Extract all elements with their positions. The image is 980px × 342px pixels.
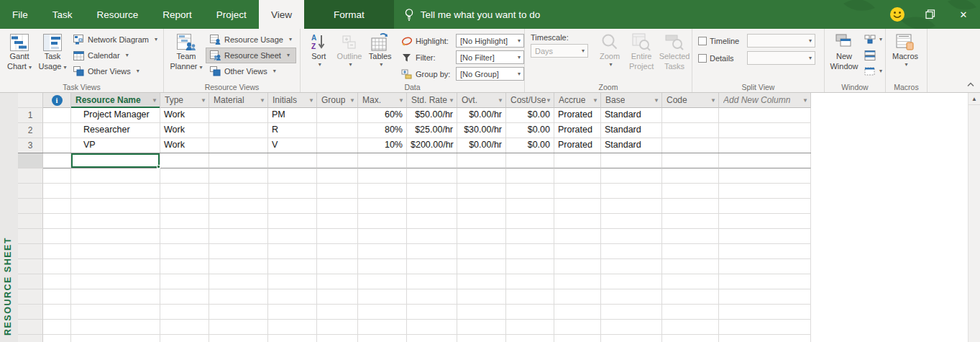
cell-code-empty[interactable] (662, 244, 719, 259)
cell-type-row2[interactable]: Work (160, 123, 209, 138)
cell-max-empty[interactable] (358, 229, 407, 244)
cell-info-row3[interactable] (43, 138, 71, 153)
cell-cost_use-row1[interactable]: $0.00 (506, 108, 554, 123)
cell-material-empty[interactable] (209, 289, 268, 305)
cell-group-empty[interactable] (317, 244, 358, 259)
cell-material-empty[interactable] (209, 335, 268, 342)
cell-info-empty[interactable] (43, 184, 71, 199)
cell-base-empty[interactable] (601, 259, 662, 274)
cell-ovt-empty[interactable] (457, 244, 506, 259)
cell-info-empty[interactable] (43, 274, 71, 289)
cell-add_new-empty[interactable] (719, 305, 811, 320)
cell-cost_use-row2[interactable]: $0.00 (506, 123, 554, 138)
cell-std_rate-empty[interactable] (407, 335, 457, 342)
cell-accrue-row3[interactable]: Prorated (554, 138, 601, 153)
resource-sheet-button[interactable]: Resource Sheet ▾ (206, 48, 296, 63)
cell-max-empty[interactable] (358, 320, 407, 335)
cell-ovt-row4[interactable] (457, 153, 506, 168)
cell-name-empty[interactable] (71, 229, 160, 244)
cell-type-empty[interactable] (160, 244, 209, 259)
cell-material-empty[interactable] (209, 259, 268, 274)
cell-info-row1[interactable] (43, 108, 71, 123)
cell-cost_use-row3[interactable]: $0.00 (506, 138, 554, 153)
cell-base-row2[interactable]: Standard (601, 123, 662, 138)
column-header-material[interactable]: Material▼ (209, 93, 268, 108)
filter-arrow-icon[interactable]: ▼ (710, 97, 716, 104)
task-usage-button[interactable]: Task Usage▾ (36, 30, 69, 82)
row-number[interactable] (18, 335, 43, 342)
cell-cost_use-empty[interactable] (506, 184, 554, 199)
cell-initials-row2[interactable]: R (268, 123, 317, 138)
cell-max-empty[interactable] (358, 259, 407, 274)
cell-base-empty[interactable] (601, 184, 662, 199)
column-header-type[interactable]: Type▼ (160, 93, 209, 108)
highlight-dropdown[interactable]: [No Highlight]▾ (456, 34, 524, 48)
filter-arrow-icon[interactable]: ▼ (546, 97, 551, 104)
cell-group-row4[interactable] (317, 153, 358, 168)
column-header-ovt[interactable]: Ovt.▼ (457, 93, 506, 108)
cell-info-empty[interactable] (43, 229, 71, 244)
cell-max-empty[interactable] (358, 199, 407, 214)
cell-add_new-empty[interactable] (719, 229, 811, 244)
cell-add_new-empty[interactable] (719, 244, 811, 259)
cell-group-empty[interactable] (317, 274, 358, 289)
cell-add_new-empty[interactable] (719, 320, 811, 335)
column-header-initials[interactable]: Initials▼ (268, 93, 317, 108)
column-header-accrue[interactable]: Accrue▼ (554, 93, 601, 108)
cell-base-empty[interactable] (601, 305, 662, 320)
tables-button[interactable]: Tables ▾ (365, 30, 395, 82)
cell-name-row1[interactable]: Project Manager (71, 108, 160, 123)
cell-std_rate-row3[interactable]: $200.00/hr (407, 138, 457, 153)
cell-group-empty[interactable] (317, 305, 358, 320)
arrange-all-button[interactable] (862, 48, 884, 63)
cell-cost_use-empty[interactable] (506, 259, 554, 274)
row-number[interactable]: 1 (18, 108, 43, 123)
column-header-group[interactable]: Group▼ (317, 93, 358, 108)
cell-type-empty[interactable] (160, 289, 209, 305)
cell-group-empty[interactable] (317, 184, 358, 199)
cell-ovt-empty[interactable] (457, 259, 506, 274)
cell-material-empty[interactable] (209, 168, 268, 184)
cell-accrue-empty[interactable] (554, 184, 601, 199)
column-header-cost_use[interactable]: Cost/Use▼ (506, 93, 554, 108)
cell-type-empty[interactable] (160, 335, 209, 342)
cell-base-empty[interactable] (601, 289, 662, 305)
cell-code-empty[interactable] (662, 214, 719, 229)
cell-initials-row4[interactable] (268, 153, 317, 168)
cell-std_rate-empty[interactable] (407, 259, 457, 274)
cell-base-row1[interactable]: Standard (601, 108, 662, 123)
cell-accrue-empty[interactable] (554, 229, 601, 244)
cell-add_new-empty[interactable] (719, 274, 811, 289)
filter-arrow-icon[interactable]: ▼ (498, 97, 503, 104)
switch-windows-button[interactable]: ▾ (862, 32, 884, 48)
cell-cost_use-empty[interactable] (506, 244, 554, 259)
cell-initials-row1[interactable]: PM (268, 108, 317, 123)
cell-info-row2[interactable] (43, 123, 71, 138)
row-number[interactable] (18, 305, 43, 320)
row-number[interactable] (18, 229, 43, 244)
cell-code-empty[interactable] (662, 168, 719, 184)
cell-initials-empty[interactable] (268, 244, 317, 259)
cell-initials-empty[interactable] (268, 199, 317, 214)
cell-name-empty[interactable] (71, 259, 160, 274)
cell-base-empty[interactable] (601, 229, 662, 244)
cell-std_rate-empty[interactable] (407, 168, 457, 184)
tab-report[interactable]: Report (150, 0, 204, 29)
calendar-button[interactable]: Calendar ▾ (69, 48, 162, 63)
cell-code-empty[interactable] (662, 259, 719, 274)
cell-max-row3[interactable]: 10% (358, 138, 407, 153)
group-by-dropdown[interactable]: [No Group]▾ (456, 67, 524, 81)
cell-info-empty[interactable] (43, 168, 71, 184)
cell-ovt-row2[interactable]: $30.00/hr (457, 123, 506, 138)
cell-initials-empty[interactable] (268, 229, 317, 244)
scroll-up-button[interactable]: ▲ (968, 93, 980, 105)
cell-code-row2[interactable] (662, 123, 719, 138)
cell-max-row4[interactable] (358, 153, 407, 168)
tab-resource[interactable]: Resource (85, 0, 151, 29)
cell-base-empty[interactable] (601, 244, 662, 259)
filter-arrow-icon[interactable]: ▼ (152, 97, 157, 104)
sort-button[interactable]: AZ Sort ▾ (303, 30, 334, 82)
row-number[interactable] (18, 244, 43, 259)
cell-type-row4[interactable] (160, 153, 209, 168)
cell-accrue-empty[interactable] (554, 168, 601, 184)
